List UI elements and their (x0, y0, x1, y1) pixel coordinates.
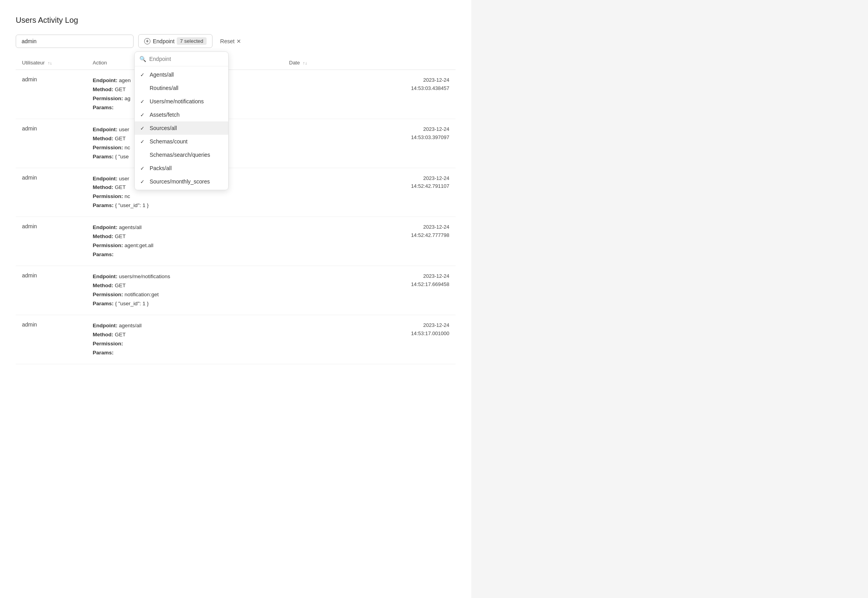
check-icon: ✓ (140, 165, 146, 171)
dropdown-item-label: Schemas/count (150, 138, 188, 145)
dropdown-item-routines-all[interactable]: Routines/all (135, 81, 228, 95)
dropdown-item-label: Assets/fetch (150, 112, 179, 118)
user-cell-5: admin (16, 315, 86, 364)
page-title: Users Activity Log (16, 16, 456, 25)
dropdown-item-label: Routines/all (150, 85, 178, 91)
method-line: Method: GET (93, 330, 277, 339)
dropdown-item-label: Schemas/search/queries (150, 152, 210, 158)
check-icon: ✓ (140, 125, 146, 131)
permission-line: Permission: notification:get (93, 290, 277, 299)
date-cell-4: 2023-12-2414:52:17.669458 (283, 266, 456, 315)
table-row: admin Endpoint: user Method: GET Permiss… (16, 168, 456, 217)
dropdown-search-area: 🔍 (135, 52, 228, 66)
reset-button[interactable]: Reset ✕ (217, 37, 245, 46)
dropdown-item-agents-all[interactable]: ✓Agents/all (135, 68, 228, 81)
sort-icon-user: ↑↓ (48, 61, 52, 65)
check-icon: ✓ (140, 139, 146, 145)
dropdown-item-schemas-count[interactable]: ✓Schemas/count (135, 135, 228, 148)
check-icon: ✓ (140, 112, 146, 118)
dropdown-item-label: Packs/all (150, 165, 172, 171)
table-row: admin Endpoint: agents/all Method: GET P… (16, 217, 456, 266)
action-cell-3: Endpoint: agents/all Method: GET Permiss… (86, 217, 283, 266)
params-line: Params: (93, 349, 277, 358)
action-cell-4: Endpoint: users/me/notifications Method:… (86, 266, 283, 315)
dropdown-list: ✓Agents/allRoutines/all✓Users/me/notific… (135, 66, 228, 190)
search-icon: 🔍 (139, 56, 146, 62)
permission-line: Permission: nc (93, 192, 277, 201)
toolbar: + Endpoint 7 selected Reset ✕ 🔍 ✓Agents/… (16, 34, 456, 48)
sort-icon-date: ↑↓ (303, 61, 307, 65)
date-cell-1: 2023-12-2414:53:03.397097 (283, 119, 456, 168)
table-row: admin Endpoint: user Method: GET Permiss… (16, 119, 456, 168)
dropdown-item-assets-fetch[interactable]: ✓Assets/fetch (135, 108, 228, 121)
dropdown-item-label: Sources/all (150, 125, 177, 131)
dropdown-item-sources-all[interactable]: ✓Sources/all (135, 121, 228, 135)
date-cell-2: 2023-12-2414:52:42.791107 (283, 168, 456, 217)
endpoint-filter-button[interactable]: + Endpoint 7 selected (138, 34, 212, 48)
action-cell-5: Endpoint: agents/all Method: GET Permiss… (86, 315, 283, 364)
endpoint-line: Endpoint: agents/all (93, 321, 277, 330)
user-cell-1: admin (16, 119, 86, 168)
col-header-user[interactable]: Utilisateur ↑↓ (16, 56, 86, 70)
check-icon: ✓ (140, 72, 146, 78)
dropdown-item-label: Sources/monthly_scores (150, 178, 210, 185)
check-icon: ✓ (140, 179, 146, 185)
user-cell-2: admin (16, 168, 86, 217)
dropdown-item-label: Users/me/notifications (150, 98, 204, 105)
endpoint-filter-label: Endpoint (153, 38, 174, 44)
dropdown-item-schemas-search-queries[interactable]: Schemas/search/queries (135, 148, 228, 161)
dropdown-item-users-me-notifications[interactable]: ✓Users/me/notifications (135, 95, 228, 108)
table-row: admin Endpoint: users/me/notifications M… (16, 266, 456, 315)
reset-label: Reset (220, 38, 235, 44)
dropdown-item-sources-monthly-scores[interactable]: ✓Sources/monthly_scores (135, 175, 228, 188)
date-cell-5: 2023-12-2414:53:17.001000 (283, 315, 456, 364)
user-cell-3: admin (16, 217, 86, 266)
dropdown-item-label: Agents/all (150, 72, 174, 78)
search-input[interactable] (16, 35, 134, 48)
params-line: Params: (93, 250, 277, 259)
params-line: Params: { "user_id": 1 } (93, 201, 277, 210)
table-row: admin Endpoint: agen Method: GET Permiss… (16, 70, 456, 119)
check-icon: ✓ (140, 99, 146, 105)
col-header-date[interactable]: Date ↑↓ (283, 56, 456, 70)
user-cell-4: admin (16, 266, 86, 315)
close-icon: ✕ (236, 38, 241, 44)
endpoint-line: Endpoint: agents/all (93, 223, 277, 232)
dropdown-search-input[interactable] (149, 56, 223, 62)
method-line: Method: GET (93, 281, 277, 290)
user-cell-0: admin (16, 70, 86, 119)
endpoint-line: Endpoint: users/me/notifications (93, 272, 277, 281)
method-line: Method: GET (93, 232, 277, 241)
activity-table: Utilisateur ↑↓ Action Date ↑↓ admin Endp… (16, 56, 456, 364)
permission-line: Permission: (93, 339, 277, 349)
endpoint-dropdown: 🔍 ✓Agents/allRoutines/all✓Users/me/notif… (134, 51, 229, 190)
date-cell-3: 2023-12-2414:52:42.777798 (283, 217, 456, 266)
params-line: Params: { "user_id": 1 } (93, 299, 277, 308)
date-cell-0: 2023-12-2414:53:03.438457 (283, 70, 456, 119)
plus-icon: + (144, 38, 150, 44)
dropdown-item-packs-all[interactable]: ✓Packs/all (135, 161, 228, 175)
selected-badge: 7 selected (177, 37, 206, 45)
table-row: admin Endpoint: agents/all Method: GET P… (16, 315, 456, 364)
permission-line: Permission: agent:get.all (93, 241, 277, 250)
